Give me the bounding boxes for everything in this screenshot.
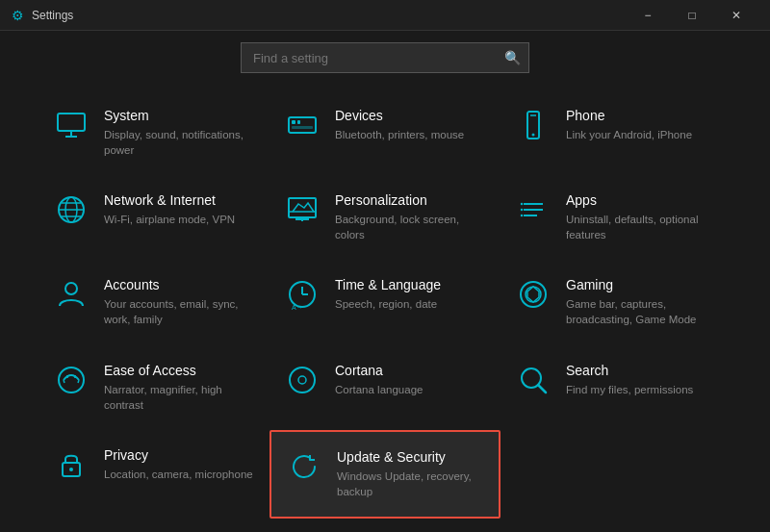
search-icon <box>516 365 551 395</box>
settings-item-gaming[interactable]: GamingGame bar, captures, broadcasting, … <box>500 260 732 344</box>
settings-title-time: Time & Language <box>335 277 441 292</box>
settings-desc-time: Speech, region, date <box>335 296 441 312</box>
settings-text-apps: AppsUninstall, defaults, optional featur… <box>566 192 716 242</box>
svg-point-30 <box>521 282 546 307</box>
settings-item-search[interactable]: SearchFind my files, permissions <box>500 345 732 430</box>
cortana-icon <box>285 365 320 395</box>
privacy-icon <box>54 449 89 480</box>
settings-item-personalization[interactable]: PersonalizationBackground, lock screen, … <box>270 175 500 260</box>
svg-point-32 <box>59 367 84 393</box>
settings-title-devices: Devices <box>335 108 464 123</box>
svg-line-34 <box>78 380 79 383</box>
settings-text-gaming: GamingGame bar, captures, broadcasting, … <box>566 277 716 327</box>
svg-point-42 <box>69 468 73 471</box>
settings-title-personalization: Personalization <box>335 192 485 208</box>
time-icon: A→ <box>285 279 320 310</box>
apps-icon <box>516 194 551 225</box>
settings-text-time: Time & LanguageSpeech, region, date <box>335 277 441 312</box>
settings-desc-system: Display, sound, notifications, power <box>104 127 254 158</box>
settings-desc-cortana: Cortana language <box>335 382 423 397</box>
svg-point-25 <box>65 283 77 294</box>
svg-point-8 <box>532 134 535 137</box>
search-bar-container: 🔍 <box>0 31 770 83</box>
settings-item-ease[interactable]: Ease of AccessNarrator, magnifier, high … <box>38 345 270 430</box>
settings-desc-ease: Narrator, magnifier, high contrast <box>104 382 254 413</box>
settings-text-search: SearchFind my files, permissions <box>566 363 693 397</box>
settings-title-apps: Apps <box>566 192 716 208</box>
svg-rect-5 <box>297 120 300 124</box>
settings-text-update: Update & SecurityWindows Update, recover… <box>337 449 483 499</box>
settings-text-personalization: PersonalizationBackground, lock screen, … <box>335 192 485 242</box>
search-button[interactable]: 🔍 <box>495 42 529 73</box>
settings-item-phone[interactable]: PhoneLink your Android, iPhone <box>500 90 732 175</box>
settings-title-cortana: Cortana <box>335 363 423 378</box>
settings-title-ease: Ease of Access <box>104 363 254 378</box>
settings-item-privacy[interactable]: PrivacyLocation, camera, microphone <box>38 430 270 519</box>
settings-desc-apps: Uninstall, defaults, optional features <box>566 212 716 242</box>
settings-title-system: System <box>104 108 254 123</box>
settings-icon-title: ⚙ <box>12 8 24 23</box>
settings-desc-accounts: Your accounts, email, sync, work, family <box>104 296 254 327</box>
devices-icon <box>285 110 320 140</box>
settings-text-privacy: PrivacyLocation, camera, microphone <box>104 447 253 482</box>
search-icon: 🔍 <box>504 50 521 65</box>
settings-title-search: Search <box>566 363 693 378</box>
settings-desc-update: Windows Update, recovery, backup <box>337 469 483 499</box>
gaming-icon <box>516 279 551 310</box>
settings-title-gaming: Gaming <box>566 277 716 292</box>
settings-grid: SystemDisplay, sound, notifications, pow… <box>0 83 770 526</box>
svg-text:A→: A→ <box>292 304 303 310</box>
search-input[interactable] <box>241 42 529 73</box>
settings-item-time[interactable]: A→ Time & LanguageSpeech, region, date <box>270 260 500 344</box>
settings-text-phone: PhoneLink your Android, iPhone <box>566 108 692 142</box>
settings-desc-privacy: Location, camera, microphone <box>104 467 253 482</box>
phone-icon <box>516 110 551 140</box>
settings-title-update: Update & Security <box>337 449 483 465</box>
settings-desc-search: Find my files, permissions <box>566 382 693 397</box>
maximize-button[interactable]: □ <box>670 0 714 31</box>
settings-desc-devices: Bluetooth, printers, mouse <box>335 127 464 142</box>
settings-text-network: Network & InternetWi-Fi, airplane mode, … <box>104 192 235 227</box>
svg-rect-3 <box>289 117 316 133</box>
settings-desc-network: Wi-Fi, airplane mode, VPN <box>104 212 235 227</box>
settings-text-ease: Ease of AccessNarrator, magnifier, high … <box>104 363 254 413</box>
personalization-icon <box>285 194 320 225</box>
settings-item-devices[interactable]: DevicesBluetooth, printers, mouse <box>270 90 500 175</box>
svg-rect-4 <box>292 120 295 124</box>
app-title: Settings <box>32 9 73 22</box>
settings-item-accounts[interactable]: AccountsYour accounts, email, sync, work… <box>38 260 270 344</box>
settings-item-apps[interactable]: AppsUninstall, defaults, optional featur… <box>500 175 732 260</box>
close-button[interactable]: ✕ <box>714 0 758 31</box>
settings-desc-phone: Link your Android, iPhone <box>566 127 692 142</box>
settings-desc-personalization: Background, lock screen, colors <box>335 212 485 242</box>
update-icon <box>287 451 321 482</box>
settings-title-network: Network & Internet <box>104 192 235 208</box>
settings-text-system: SystemDisplay, sound, notifications, pow… <box>104 108 254 158</box>
svg-point-38 <box>298 376 306 384</box>
settings-text-devices: DevicesBluetooth, printers, mouse <box>335 108 464 142</box>
minimize-button[interactable]: − <box>626 0 670 31</box>
svg-line-40 <box>538 385 546 393</box>
accounts-icon <box>54 279 89 310</box>
settings-text-accounts: AccountsYour accounts, email, sync, work… <box>104 277 254 327</box>
network-icon <box>54 194 89 225</box>
settings-title-phone: Phone <box>566 108 692 123</box>
settings-title-accounts: Accounts <box>104 277 254 292</box>
svg-rect-6 <box>292 126 313 129</box>
title-bar: ⚙ Settings − □ ✕ <box>0 0 770 31</box>
svg-rect-0 <box>58 114 85 131</box>
settings-item-cortana[interactable]: CortanaCortana language <box>270 345 500 430</box>
settings-item-update[interactable]: Update & SecurityWindows Update, recover… <box>270 430 500 519</box>
svg-line-33 <box>64 380 64 383</box>
settings-title-privacy: Privacy <box>104 447 253 463</box>
settings-item-system[interactable]: SystemDisplay, sound, notifications, pow… <box>38 90 270 175</box>
search-wrapper: 🔍 <box>241 42 529 73</box>
ease-icon <box>54 365 89 395</box>
svg-point-37 <box>290 367 315 393</box>
settings-text-cortana: CortanaCortana language <box>335 363 423 397</box>
settings-item-network[interactable]: Network & InternetWi-Fi, airplane mode, … <box>38 175 270 260</box>
settings-desc-gaming: Game bar, captures, broadcasting, Game M… <box>566 296 716 327</box>
system-icon <box>54 110 89 140</box>
